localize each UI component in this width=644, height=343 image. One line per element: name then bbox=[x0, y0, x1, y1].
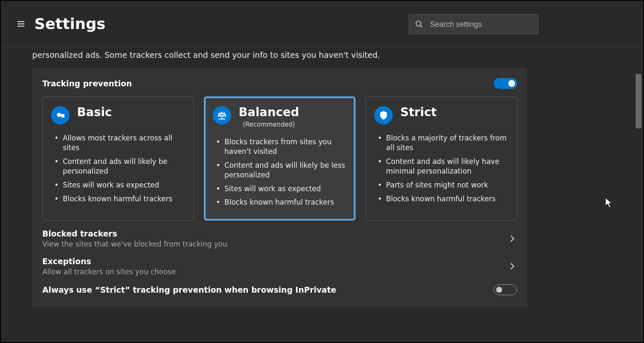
svg-point-5 bbox=[57, 113, 61, 117]
balanced-icon bbox=[213, 106, 231, 125]
inprivate-strict-toggle[interactable] bbox=[494, 284, 517, 295]
row-title: Exceptions bbox=[42, 257, 507, 266]
row-desc: View the sites that we've blocked from t… bbox=[42, 240, 507, 248]
bullet: Allows most trackers across all sites bbox=[54, 131, 185, 155]
tracking-level-cards: Basic Allows most trackers across all si… bbox=[42, 96, 517, 221]
tracking-prevention-title: Tracking prevention bbox=[42, 79, 132, 88]
strict-icon bbox=[374, 106, 393, 125]
exceptions-row[interactable]: Exceptions Allow all trackers on sites y… bbox=[42, 248, 517, 276]
row-title: Blocked trackers bbox=[42, 229, 507, 238]
svg-point-3 bbox=[416, 21, 421, 26]
bullet: Blocks a majority of trackers from all s… bbox=[377, 131, 508, 155]
bullet: Sites will work as expected bbox=[215, 182, 347, 196]
search-icon bbox=[415, 20, 423, 29]
svg-line-4 bbox=[420, 26, 422, 28]
bullet: Blocks known harmful trackers bbox=[215, 195, 347, 209]
tracking-prevention-toggle[interactable] bbox=[494, 78, 517, 89]
search-box[interactable] bbox=[409, 14, 538, 34]
basic-icon bbox=[51, 106, 70, 125]
bullet: Content and ads will likely have minimal… bbox=[377, 155, 508, 178]
level-card-balanced[interactable]: Balanced (Recommended) Blocks trackers f… bbox=[204, 96, 355, 221]
settings-header: Settings bbox=[1, 1, 643, 47]
bullet: Blocks known harmful trackers bbox=[377, 192, 508, 206]
blocked-trackers-row[interactable]: Blocked trackers View the sites that we'… bbox=[42, 221, 517, 248]
chevron-right-icon bbox=[507, 261, 517, 271]
menu-button[interactable] bbox=[12, 15, 30, 33]
level-card-strict[interactable]: Strict Blocks a majority of trackers fro… bbox=[366, 96, 517, 221]
chevron-right-icon bbox=[507, 234, 517, 244]
card-title: Balanced bbox=[239, 106, 299, 119]
search-input[interactable] bbox=[430, 20, 532, 29]
intro-text: personalized ads. Some trackers collect … bbox=[32, 47, 612, 68]
bullet: Content and ads will likely be personali… bbox=[54, 155, 185, 178]
scrollbar-thumb[interactable] bbox=[636, 74, 641, 128]
tracking-prevention-panel: Tracking prevention Basic Allows most tr… bbox=[32, 68, 527, 307]
row-title: Always use “Strict” tracking prevention … bbox=[42, 285, 494, 294]
inprivate-strict-row: Always use “Strict” tracking prevention … bbox=[42, 276, 517, 295]
bullet: Blocks known harmful trackers bbox=[54, 192, 185, 206]
card-title: Strict bbox=[400, 106, 437, 119]
card-subtitle: (Recommended) bbox=[239, 121, 299, 128]
page-title: Settings bbox=[34, 15, 106, 32]
bullet: Sites will work as expected bbox=[54, 178, 185, 192]
bullet: Blocks trackers from sites you haven't v… bbox=[215, 135, 347, 159]
row-desc: Allow all trackers on sites you choose bbox=[42, 268, 507, 276]
hamburger-icon bbox=[16, 19, 26, 29]
bullet: Content and ads will likely be less pers… bbox=[215, 159, 347, 182]
bullet: Parts of sites might not work bbox=[377, 178, 508, 192]
card-title: Basic bbox=[77, 106, 112, 119]
level-card-basic[interactable]: Basic Allows most trackers across all si… bbox=[42, 96, 194, 221]
content-area: personalized ads. Some trackers collect … bbox=[1, 47, 643, 342]
scrollbar[interactable] bbox=[634, 49, 641, 338]
